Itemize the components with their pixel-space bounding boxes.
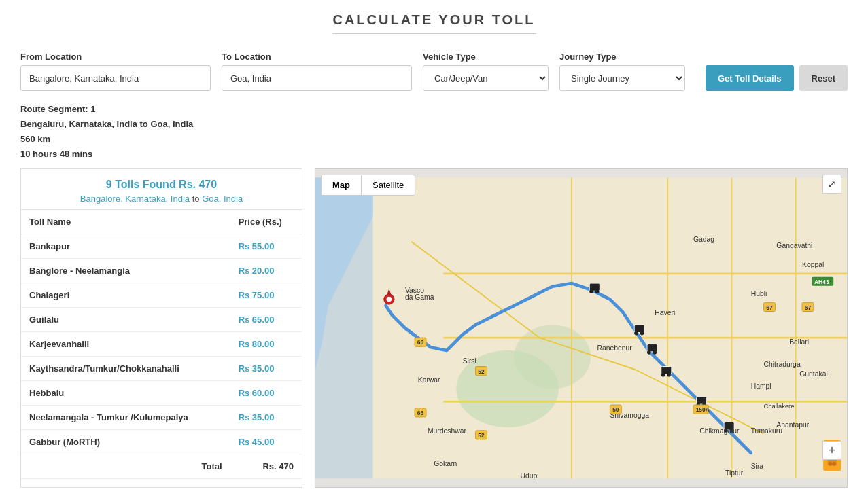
route-segment: Route Segment: 1 (20, 102, 848, 117)
toll-name-cell: Bankapur (21, 234, 230, 259)
toll-table: Toll Name Price (Rs.) Bankapur Rs 55.00 … (21, 210, 302, 479)
route-info-section: Route Segment: 1 Bengaluru, Karnataka, I… (0, 98, 868, 168)
svg-text:Udupi: Udupi (520, 473, 538, 480)
table-row: Guilalu Rs 65.00 (21, 308, 302, 332)
svg-text:66: 66 (417, 340, 424, 346)
svg-text:67: 67 (805, 304, 812, 311)
map-button[interactable]: Map (321, 175, 361, 196)
toll-summary: 9 Tolls Found Rs. 470 Bangalore, Karnata… (21, 169, 302, 210)
vehicle-label: Vehicle Type (423, 52, 549, 62)
satellite-button[interactable]: Satellite (361, 175, 415, 196)
action-buttons: Get Toll Details Reset (706, 65, 848, 91)
get-toll-button[interactable]: Get Toll Details (706, 65, 794, 91)
svg-text:Gadag: Gadag (693, 236, 714, 243)
toll-panel: 9 Tolls Found Rs. 470 Bangalore, Karnata… (20, 168, 302, 488)
svg-text:67: 67 (766, 304, 773, 311)
svg-point-28 (653, 350, 657, 355)
from-input[interactable] (20, 65, 211, 91)
svg-text:da Gama: da Gama (405, 293, 434, 301)
toll-route-description: Bangalore, Karnataka, India to Goa, Indi… (28, 194, 295, 204)
total-label: Total (21, 454, 230, 479)
svg-text:Koppal: Koppal (802, 262, 824, 269)
header-divider (332, 33, 536, 34)
to-input[interactable] (222, 65, 412, 91)
toll-name-cell: Banglore - Neelamangla (21, 259, 230, 283)
toll-price-cell: Rs 35.00 (230, 357, 302, 381)
tolls-found-text: 9 Tolls Found Rs. 470 (28, 179, 295, 191)
svg-text:52: 52 (478, 432, 485, 439)
svg-text:Chitradurga: Chitradurga (764, 361, 801, 368)
vehicle-type-group: Vehicle Type Car/Jeep/Van Truck Bus Two … (423, 52, 549, 91)
toll-name-cell: Kaythsandra/Tumkur/Chokkanahalli (21, 357, 230, 381)
toll-price-cell: Rs 65.00 (230, 308, 302, 332)
toll-name-cell: Guilalu (21, 308, 230, 332)
map-svg: Hubli Gadag Gangavathi Koppal Shivamogga… (315, 169, 847, 487)
col-toll-price: Price (Rs.) (230, 210, 302, 234)
svg-text:Sirsi: Sirsi (463, 357, 476, 365)
toll-name-cell: Karjeevanhalli (21, 332, 230, 357)
toll-price-cell: Rs 45.00 (230, 430, 302, 454)
svg-text:Hubli: Hubli (751, 290, 767, 298)
svg-text:66: 66 (417, 410, 424, 417)
svg-point-31 (667, 373, 671, 377)
page-title: CALCULATE YOUR TOLL (0, 12, 868, 28)
svg-text:Hampi: Hampi (751, 383, 771, 391)
to-label: To Location (222, 52, 412, 62)
toll-name-cell: Hebbalu (21, 381, 230, 406)
svg-text:Gangavathi: Gangavathi (776, 242, 812, 250)
svg-point-84 (832, 462, 836, 466)
svg-text:Karwar: Karwar (418, 376, 440, 384)
table-row: Neelamangala - Tumkur /Kulumepalya Rs 35… (21, 406, 302, 430)
svg-text:Gokarn: Gokarn (434, 460, 457, 467)
toll-price-cell: Rs 75.00 (230, 283, 302, 308)
svg-text:Tiptur: Tiptur (725, 469, 744, 477)
svg-rect-3 (315, 178, 373, 479)
svg-text:Tumakuru: Tumakuru (751, 428, 782, 435)
svg-text:Anantapur: Anantapur (776, 421, 809, 429)
svg-point-22 (595, 290, 600, 294)
toll-price-cell: Rs 20.00 (230, 259, 302, 283)
toll-name-cell: Gabbur (MoRTH) (21, 430, 230, 454)
toll-table-header: Toll Name Price (Rs.) (21, 210, 302, 234)
svg-text:Challakere: Challakere (764, 402, 795, 410)
svg-text:Ranebenur: Ranebenur (597, 344, 633, 352)
svg-text:Haveri: Haveri (655, 310, 675, 317)
svg-text:52: 52 (478, 368, 485, 375)
svg-text:150A: 150A (696, 407, 710, 414)
table-row: Kaythsandra/Tumkur/Chokkanahalli Rs 35.0… (21, 357, 302, 381)
search-form: From Location To Location Vehicle Type C… (0, 41, 868, 98)
svg-text:Sira: Sira (751, 463, 764, 471)
zoom-in-button[interactable]: + (822, 441, 841, 460)
table-row: Bankapur Rs 55.00 (21, 234, 302, 259)
svg-text:Guntakal: Guntakal (799, 370, 827, 378)
vehicle-select[interactable]: Car/Jeep/Van Truck Bus Two Wheeler (423, 65, 549, 91)
svg-text:AH43: AH43 (814, 278, 829, 285)
table-row: Hebbalu Rs 60.00 (21, 381, 302, 406)
table-row: Banglore - Neelamangla Rs 20.00 (21, 259, 302, 283)
to-location-group: To Location (222, 52, 412, 91)
journey-label: Journey Type (559, 52, 685, 62)
toll-route-to: Goa, India (202, 194, 243, 204)
main-content: 9 Tolls Found Rs. 470 Bangalore, Karnata… (0, 168, 868, 501)
map-controls: Map Satellite (321, 175, 415, 196)
reset-button[interactable]: Reset (799, 65, 848, 91)
journey-type-group: Journey Type Single Journey Round Trip (559, 52, 685, 91)
svg-point-30 (661, 373, 665, 377)
table-row: Karjeevanhalli Rs 80.00 (21, 332, 302, 357)
svg-text:Chikmagalur: Chikmagalur (699, 428, 740, 435)
table-row: Gabbur (MoRTH) Rs 45.00 (21, 430, 302, 454)
svg-point-19 (387, 297, 392, 302)
map-panel: Map Satellite ⤢ (315, 168, 848, 488)
svg-point-24 (634, 331, 638, 336)
col-toll-name: Toll Name (21, 210, 230, 234)
toll-price-cell: Rs 80.00 (230, 332, 302, 357)
route-distance: 560 km (20, 132, 848, 147)
toll-route-from: Bangalore, Karnataka, India (80, 194, 190, 204)
toll-price-cell: Rs 60.00 (230, 381, 302, 406)
svg-text:50: 50 (612, 407, 619, 414)
svg-point-83 (829, 462, 833, 466)
svg-point-25 (640, 331, 644, 336)
fullscreen-button[interactable]: ⤢ (822, 175, 841, 194)
journey-select[interactable]: Single Journey Round Trip (559, 65, 685, 91)
toll-name-cell: Neelamangala - Tumkur /Kulumepalya (21, 406, 230, 430)
